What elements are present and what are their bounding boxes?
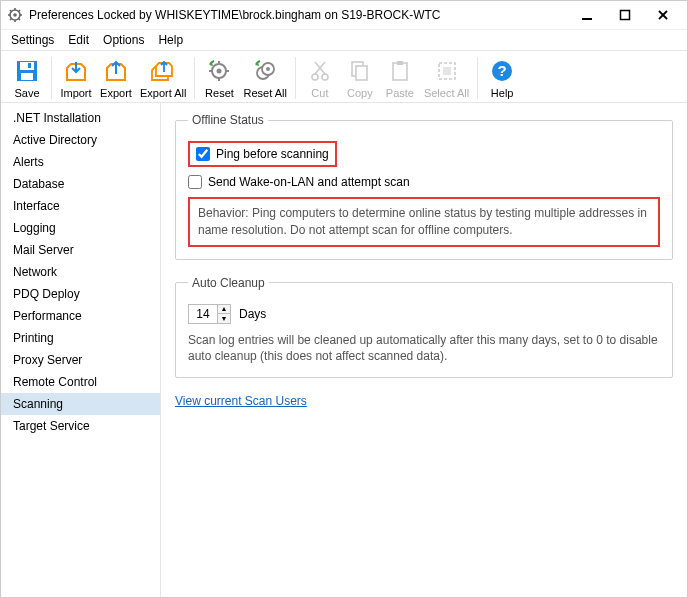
sidebar-item-remote-control[interactable]: Remote Control (1, 371, 160, 393)
export-all-icon (149, 57, 177, 85)
spinner-down-button[interactable]: ▼ (218, 314, 230, 323)
auto-cleanup-legend: Auto Cleanup (188, 276, 269, 290)
ping-highlight: Ping before scanning (188, 141, 337, 167)
auto-cleanup-group: Auto Cleanup ▲ ▼ Days Scan log entries w… (175, 276, 673, 379)
ping-before-scanning-checkbox[interactable] (196, 147, 210, 161)
svg-point-27 (266, 67, 270, 71)
select-all-icon (433, 57, 461, 85)
wake-on-lan-label[interactable]: Send Wake-on-LAN and attempt scan (208, 175, 410, 189)
sidebar-item-pdq-deploy[interactable]: PDQ Deploy (1, 283, 160, 305)
svg-rect-38 (443, 67, 451, 75)
sidebar: .NET InstallationActive DirectoryAlertsD… (1, 103, 161, 597)
cut-button: Cut (300, 55, 340, 101)
select-all-button: Select All (420, 55, 473, 101)
sidebar-item-proxy-server[interactable]: Proxy Server (1, 349, 160, 371)
export-button[interactable]: Export (96, 55, 136, 101)
svg-rect-35 (393, 63, 407, 80)
svg-line-8 (10, 19, 12, 21)
svg-rect-17 (28, 63, 31, 68)
reset-all-icon (251, 57, 279, 85)
toolbar-separator (194, 57, 195, 99)
toolbar-label: Help (491, 87, 514, 99)
svg-point-30 (322, 74, 328, 80)
maximize-button[interactable] (611, 5, 639, 25)
sidebar-item--net-installation[interactable]: .NET Installation (1, 107, 160, 129)
svg-point-29 (312, 74, 318, 80)
svg-line-6 (10, 10, 12, 12)
toolbar-label: Export All (140, 87, 186, 99)
svg-rect-15 (20, 62, 34, 70)
close-button[interactable] (649, 5, 677, 25)
link-row: View current Scan Users (175, 394, 673, 408)
menu-options[interactable]: Options (103, 33, 144, 47)
days-spinner: ▲ ▼ (188, 304, 231, 324)
toolbar-separator (477, 57, 478, 99)
paste-button: Paste (380, 55, 420, 101)
gear-icon (7, 7, 23, 23)
reset-all-button[interactable]: Reset All (239, 55, 290, 101)
toolbar-label: Reset All (243, 87, 286, 99)
svg-rect-34 (356, 66, 367, 80)
import-icon (62, 57, 90, 85)
sidebar-item-printing[interactable]: Printing (1, 327, 160, 349)
sidebar-item-scanning[interactable]: Scanning (1, 393, 160, 415)
toolbar: Save Import Export Export All Rese (1, 50, 687, 103)
cut-icon (306, 57, 334, 85)
sidebar-item-network[interactable]: Network (1, 261, 160, 283)
svg-text:?: ? (498, 62, 507, 79)
toolbar-label: Select All (424, 87, 469, 99)
copy-button: Copy (340, 55, 380, 101)
days-label: Days (239, 307, 266, 321)
menu-settings[interactable]: Settings (11, 33, 54, 47)
sidebar-item-active-directory[interactable]: Active Directory (1, 129, 160, 151)
content-pane: Offline Status Ping before scanning Send… (161, 103, 687, 597)
reset-icon (205, 57, 233, 85)
toolbar-separator (51, 57, 52, 99)
sidebar-item-database[interactable]: Database (1, 173, 160, 195)
offline-status-group: Offline Status Ping before scanning Send… (175, 113, 673, 260)
copy-icon (346, 57, 374, 85)
sidebar-item-mail-server[interactable]: Mail Server (1, 239, 160, 261)
spinner-buttons: ▲ ▼ (217, 305, 230, 323)
toolbar-separator (295, 57, 296, 99)
toolbar-label: Save (14, 87, 39, 99)
sidebar-item-logging[interactable]: Logging (1, 217, 160, 239)
toolbar-label: Reset (205, 87, 234, 99)
help-icon: ? (488, 57, 516, 85)
import-button[interactable]: Import (56, 55, 96, 101)
spinner-up-button[interactable]: ▲ (218, 305, 230, 314)
auto-cleanup-help: Scan log entries will be cleaned up auto… (188, 332, 660, 366)
svg-rect-16 (21, 73, 33, 80)
menubar: Settings Edit Options Help (1, 29, 687, 50)
sidebar-item-performance[interactable]: Performance (1, 305, 160, 327)
menu-edit[interactable]: Edit (68, 33, 89, 47)
behavior-text: Behavior: Ping computers to determine on… (188, 197, 660, 247)
save-button[interactable]: Save (7, 55, 47, 101)
window-title: Preferences Locked by WHISKEYTIME\brock.… (29, 8, 573, 22)
paste-icon (386, 57, 414, 85)
preferences-window: Preferences Locked by WHISKEYTIME\brock.… (0, 0, 688, 598)
offline-status-legend: Offline Status (188, 113, 268, 127)
wake-on-lan-checkbox[interactable] (188, 175, 202, 189)
sidebar-item-alerts[interactable]: Alerts (1, 151, 160, 173)
reset-button[interactable]: Reset (199, 55, 239, 101)
sidebar-item-target-service[interactable]: Target Service (1, 415, 160, 437)
export-all-button[interactable]: Export All (136, 55, 190, 101)
toolbar-label: Cut (311, 87, 328, 99)
ping-before-scanning-label[interactable]: Ping before scanning (216, 147, 329, 161)
svg-rect-10 (582, 18, 592, 20)
minimize-button[interactable] (573, 5, 601, 25)
svg-line-9 (19, 10, 21, 12)
days-input[interactable] (189, 305, 217, 323)
body: .NET InstallationActive DirectoryAlertsD… (1, 103, 687, 597)
menu-help[interactable]: Help (158, 33, 183, 47)
svg-rect-36 (397, 61, 403, 65)
toolbar-label: Export (100, 87, 132, 99)
svg-line-7 (19, 19, 21, 21)
view-scan-users-link[interactable]: View current Scan Users (175, 394, 307, 408)
svg-point-1 (13, 13, 17, 17)
toolbar-label: Copy (347, 87, 373, 99)
svg-rect-11 (621, 11, 630, 20)
sidebar-item-interface[interactable]: Interface (1, 195, 160, 217)
help-button[interactable]: ? Help (482, 55, 522, 101)
